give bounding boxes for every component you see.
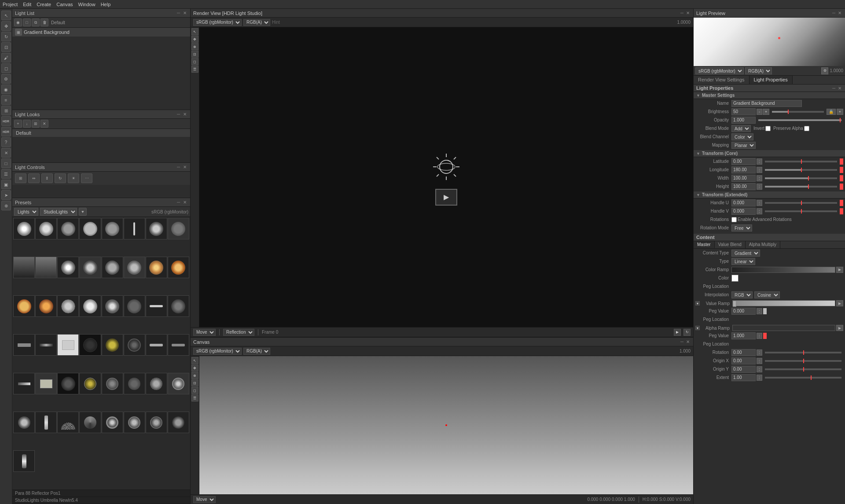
- content-tab-alpha-multiply[interactable]: Alpha Multiply: [746, 241, 780, 248]
- brightness-lock[interactable]: 🔒: [827, 109, 836, 115]
- preset-21[interactable]: [102, 295, 123, 317]
- preset-30[interactable]: [124, 334, 145, 356]
- brightness-plus[interactable]: +: [763, 109, 769, 115]
- light-list-add[interactable]: □: [23, 18, 31, 26]
- render-reflection-select[interactable]: Reflection: [223, 329, 254, 336]
- preset-29[interactable]: [102, 334, 123, 356]
- preset-33[interactable]: [13, 373, 35, 394]
- master-settings-header[interactable]: ▼ Master Settings: [694, 92, 845, 99]
- height-more[interactable]: :: [757, 184, 762, 190]
- render-view-close[interactable]: ✕: [685, 11, 691, 15]
- ctrl-rotate[interactable]: ↻: [55, 173, 66, 183]
- render-left-btn4[interactable]: ⊡: [191, 51, 198, 58]
- render-left-btn2[interactable]: ✥: [191, 36, 198, 43]
- preset-5[interactable]: [102, 218, 123, 239]
- preset-9[interactable]: [13, 257, 35, 278]
- preset-28[interactable]: [79, 334, 101, 356]
- tool-rotate[interactable]: ↻: [1, 32, 11, 41]
- preset-42[interactable]: [35, 412, 57, 433]
- ctrl-move-v[interactable]: ⇕: [41, 173, 53, 183]
- preset-22[interactable]: [124, 295, 145, 317]
- latitude-more[interactable]: :: [757, 158, 762, 165]
- light-props-close[interactable]: ✕: [837, 86, 842, 91]
- latitude-input[interactable]: [731, 158, 756, 165]
- light-list-copy[interactable]: ⧉: [32, 18, 40, 26]
- light-looks-minimize[interactable]: ─: [176, 112, 181, 117]
- preset-3[interactable]: [57, 218, 79, 239]
- preset-37[interactable]: [102, 373, 123, 394]
- rotation-more[interactable]: :: [757, 349, 762, 356]
- type-select[interactable]: Linear: [731, 258, 755, 265]
- opacity-input[interactable]: [731, 117, 756, 124]
- preset-41[interactable]: [13, 412, 35, 433]
- render-view-minimize[interactable]: ─: [680, 11, 684, 15]
- canvas-left-btn3[interactable]: ⊕: [191, 372, 198, 379]
- tool-layers[interactable]: ≡: [1, 95, 11, 105]
- preset-20[interactable]: [79, 295, 101, 317]
- canvas-left-btn1[interactable]: ↖: [191, 357, 198, 364]
- enable-adv-rot-checkbox[interactable]: [731, 217, 737, 222]
- looks-delete[interactable]: ✕: [40, 120, 48, 128]
- longitude-slider[interactable]: [765, 169, 837, 171]
- ctrl-extra[interactable]: ⋯: [81, 173, 92, 183]
- menu-canvas[interactable]: Canvas: [56, 2, 73, 7]
- tool-list[interactable]: ☰: [1, 169, 11, 179]
- presets-minimize[interactable]: ─: [176, 200, 181, 205]
- preset-10[interactable]: [35, 257, 57, 278]
- preview-settings-btn[interactable]: ⚙: [821, 67, 828, 74]
- extent-input[interactable]: [731, 374, 756, 381]
- preset-13[interactable]: [102, 257, 123, 278]
- tool-arrow[interactable]: ➤: [1, 190, 11, 200]
- render-color-mode-select[interactable]: sRGB (rgbMonitor): [193, 19, 242, 26]
- menu-project[interactable]: Project: [3, 2, 18, 7]
- longitude-more[interactable]: :: [757, 167, 762, 173]
- width-more[interactable]: :: [757, 175, 762, 181]
- longitude-input[interactable]: [731, 166, 756, 173]
- tool-eraser[interactable]: ◻: [1, 63, 11, 73]
- preserve-alpha-checkbox[interactable]: [804, 126, 809, 131]
- preset-19[interactable]: [57, 295, 79, 317]
- brightness-slider[interactable]: [772, 111, 823, 113]
- handle-v-slider[interactable]: [765, 210, 837, 212]
- interpolation-select1[interactable]: RGB: [731, 291, 753, 298]
- preset-47[interactable]: [146, 412, 167, 433]
- preset-14[interactable]: [124, 257, 145, 278]
- render-left-btn1[interactable]: ↖: [191, 28, 198, 35]
- extent-slider[interactable]: [765, 377, 841, 379]
- rotation-mode-select[interactable]: Free: [731, 224, 752, 232]
- preset-38[interactable]: [124, 373, 145, 394]
- invert-checkbox[interactable]: [765, 126, 771, 131]
- tool-question[interactable]: ?: [1, 137, 11, 147]
- handle-v-more[interactable]: :: [757, 208, 762, 214]
- preset-39[interactable]: [146, 373, 167, 394]
- preset-27[interactable]: [57, 334, 79, 356]
- tool-grid[interactable]: ⊞: [1, 106, 11, 115]
- preset-4[interactable]: [79, 218, 101, 239]
- opacity-slider[interactable]: [758, 119, 841, 121]
- blend-channel-select[interactable]: Color: [731, 133, 753, 140]
- render-channel-select[interactable]: RGB(A): [243, 19, 270, 26]
- preset-25[interactable]: [13, 334, 35, 356]
- menu-window[interactable]: Window: [78, 2, 96, 7]
- preset-24[interactable]: [168, 295, 189, 317]
- color-ramp-edit-btn[interactable]: ▶: [836, 267, 843, 273]
- name-input[interactable]: [731, 100, 802, 107]
- tool-settings[interactable]: ⚙: [1, 74, 11, 84]
- blend-mode-select[interactable]: Add: [731, 125, 751, 132]
- tab-render-view-settings[interactable]: Render View Settings: [694, 76, 749, 84]
- color-swatch[interactable]: [731, 275, 738, 282]
- width-input[interactable]: [731, 175, 756, 182]
- preset-18[interactable]: [35, 295, 57, 317]
- preset-16[interactable]: [168, 257, 189, 278]
- content-tab-master[interactable]: Master: [694, 241, 715, 248]
- canvas-left-btn5[interactable]: ◻: [191, 387, 198, 394]
- light-list-close[interactable]: ✕: [182, 11, 187, 15]
- preset-46[interactable]: [124, 412, 145, 433]
- origin-x-more[interactable]: :: [757, 358, 762, 364]
- transform-core-header[interactable]: ▼ Transform (Core): [694, 150, 845, 157]
- preview-color-mode-select[interactable]: sRGB (rgbMonitor): [695, 67, 744, 74]
- presets-studio-select[interactable]: StudioLights: [40, 208, 77, 216]
- light-list-delete[interactable]: 🗑: [40, 18, 48, 26]
- preset-11[interactable]: [57, 257, 79, 278]
- brightness-input[interactable]: [731, 108, 756, 115]
